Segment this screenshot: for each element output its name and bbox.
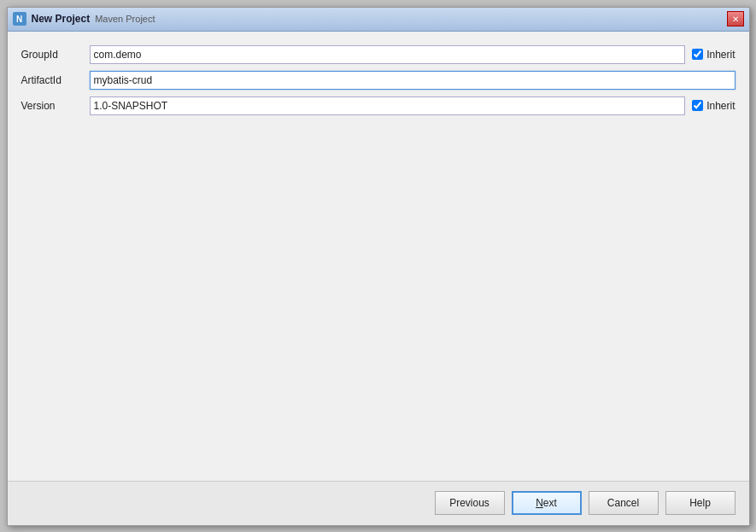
inherit-label-group: Inherit bbox=[706, 49, 735, 61]
content-area: GroupId Inherit ArtifactId Version Inher… bbox=[8, 32, 749, 481]
inherit-checkbox-version[interactable] bbox=[692, 100, 703, 111]
footer: Previous Next Cancel Help bbox=[8, 481, 749, 525]
content-spacer bbox=[21, 122, 735, 467]
artifact-id-label: ArtifactId bbox=[21, 74, 90, 86]
title-buttons: ✕ bbox=[727, 11, 744, 26]
version-input[interactable] bbox=[90, 96, 686, 115]
group-id-input[interactable] bbox=[90, 45, 686, 64]
cancel-button[interactable]: Cancel bbox=[589, 491, 659, 515]
version-row: Version Inherit bbox=[21, 96, 735, 115]
window-subtitle: Maven Project bbox=[95, 14, 155, 24]
group-id-label: GroupId bbox=[21, 49, 90, 61]
inherit-label-version: Inherit bbox=[706, 100, 735, 112]
title-bar: N New Project Maven Project ✕ bbox=[8, 8, 749, 32]
next-label: Next bbox=[536, 497, 557, 509]
group-id-row: GroupId Inherit bbox=[21, 45, 735, 64]
close-button[interactable]: ✕ bbox=[727, 11, 744, 26]
version-inherit: Inherit bbox=[692, 100, 735, 112]
inherit-checkbox-group[interactable] bbox=[692, 49, 703, 60]
window-icon: N bbox=[13, 12, 26, 26]
group-id-inherit: Inherit bbox=[692, 49, 735, 61]
title-bar-left: N New Project Maven Project bbox=[13, 12, 155, 26]
next-button[interactable]: Next bbox=[512, 491, 582, 515]
artifact-id-input[interactable] bbox=[90, 71, 735, 90]
window-title: New Project bbox=[32, 13, 91, 25]
help-button[interactable]: Help bbox=[665, 491, 735, 515]
artifact-id-row: ArtifactId bbox=[21, 71, 735, 90]
version-label: Version bbox=[21, 100, 90, 112]
previous-button[interactable]: Previous bbox=[435, 491, 505, 515]
main-window: N New Project Maven Project ✕ GroupId In… bbox=[7, 7, 750, 526]
